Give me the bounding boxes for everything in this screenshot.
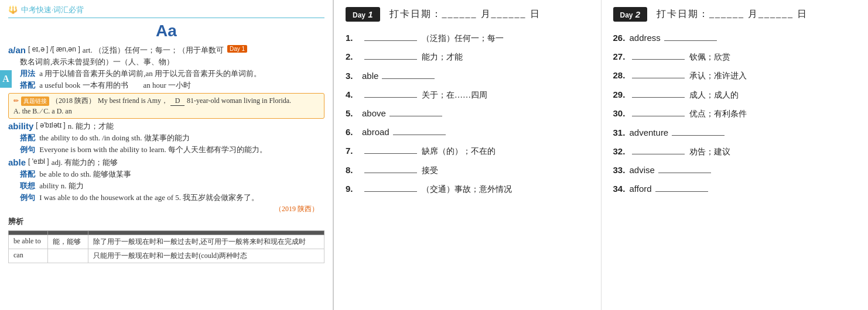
- day2-badge: Day 2: [613, 7, 648, 22]
- coll-label-able: 搭配: [20, 170, 35, 178]
- vocab-word: above: [362, 106, 386, 120]
- phonetic-ability: [ ə'bɪlətɪ ]: [36, 121, 65, 129]
- vocab-word: able: [362, 69, 378, 83]
- coll-label-1: 搭配: [20, 81, 35, 89]
- sidebar-a-label: A: [0, 70, 12, 88]
- day-tag-1: Day 1: [227, 45, 247, 53]
- vocab-hint: 能力；才能: [422, 51, 463, 64]
- vocab-hint: 成人；成人的: [689, 89, 739, 102]
- vocab-blank[interactable]: [364, 59, 417, 60]
- bianxi-r1-c1: be able to: [9, 235, 48, 249]
- vocab-blank[interactable]: [389, 116, 442, 116]
- coll-ability-text: the ability to do sth. /in doing sth. 做某…: [39, 133, 189, 142]
- example-label-able: 例句: [20, 193, 35, 202]
- list-item: 29. 成人；成人的: [613, 88, 857, 102]
- exam-text: My best friend is Amy，: [98, 96, 168, 106]
- vocab-hint: 承认；准许进入: [689, 70, 747, 82]
- word-ability: ability: [8, 121, 33, 131]
- vocab-hint: 关于；在……四周: [422, 89, 487, 102]
- coll-able-text: be able to do sth. 能够做某事: [39, 170, 131, 178]
- bianxi-col1-header: [9, 231, 48, 235]
- vocab-hint: 缺席（的）；不在的: [422, 145, 495, 158]
- vocab-num: 1.: [346, 31, 362, 45]
- lianxiang-text: ability n. 能力: [39, 181, 83, 190]
- vocab-blank[interactable]: [364, 40, 417, 41]
- vocab-blank[interactable]: [632, 154, 685, 154]
- vocab-num: 26.: [613, 31, 630, 45]
- pos-ability: n. 能力；才能: [68, 121, 114, 132]
- list-item: 26. address: [613, 31, 857, 45]
- day2-header: Day 2 打卡日期：______ 月______ 日: [613, 7, 857, 22]
- vocab-num: 5.: [346, 106, 362, 120]
- big-title: Aa: [8, 22, 324, 40]
- list-item: 8. 接受: [346, 163, 589, 177]
- vocab-blank[interactable]: [382, 78, 435, 79]
- vocab-num: 27.: [613, 50, 630, 64]
- coll-a-an: 搭配 a useful book 一本有用的书 an hour 一小时: [20, 80, 324, 91]
- sub-def-a-an: 数名词前,表示未曾提到的）一（人、事、物）: [20, 57, 324, 67]
- vocab-blank[interactable]: [672, 135, 725, 136]
- list-item: 5. above: [346, 106, 589, 120]
- day1-date-line: 打卡日期：______ 月______ 日: [389, 8, 541, 20]
- coll-label-ability: 搭配: [20, 133, 35, 142]
- entry-ability: ability [ ə'bɪlətɪ ] n. 能力；才能: [8, 121, 324, 132]
- phonetic-able: [ 'eɪbl ]: [28, 157, 49, 166]
- bianxi-r2-c3: 只能用于一般现在时和一般过去时(could)两种时态: [88, 249, 324, 263]
- vocab-blank[interactable]: [364, 153, 417, 154]
- vocab-num: 33.: [613, 163, 630, 177]
- vocab-blank[interactable]: [658, 173, 711, 173]
- exam-rest: 81-year-old woman living in Florida.: [187, 97, 291, 105]
- coll1: a useful book 一本有用的书: [39, 81, 128, 89]
- list-item: 2. 能力；才能: [346, 50, 589, 64]
- vocab-num: 32.: [613, 144, 630, 159]
- vocab-blank[interactable]: [632, 116, 685, 116]
- vocab-num: 30.: [613, 106, 630, 120]
- vocab-num: 7.: [346, 144, 362, 158]
- list-item: 9. （交通）事故；意外情况: [346, 182, 589, 196]
- vocab-num: 2.: [346, 50, 362, 64]
- vocab-num: 29.: [613, 88, 630, 102]
- vocab-blank[interactable]: [364, 97, 417, 98]
- vocab-blank[interactable]: [664, 40, 717, 41]
- day1-vocab-list: 1. （泛指）任何一；每一 2. 能力；才能 3. able 4. 关于；在………: [346, 31, 589, 196]
- bianxi-col3-header: [88, 231, 324, 235]
- usage-label: 用法: [20, 69, 35, 78]
- exam-label: 真题链接: [21, 97, 49, 106]
- example-ability-text: Everyone is born with the ability to lea…: [39, 145, 267, 154]
- vocab-hint: （泛指）任何一；每一: [422, 32, 504, 45]
- vocab-num: 9.: [346, 182, 362, 196]
- vocab-word: advise: [630, 163, 655, 177]
- example-able-text: I was able to do the housework at the ag…: [39, 193, 259, 202]
- entry-a-an: a/an [ eɪ,ə ] /[ æn,ən ] art. （泛指）任何一；每一…: [8, 45, 324, 56]
- entry-able: able [ 'eɪbl ] adj. 有能力的；能够: [8, 157, 324, 168]
- vocab-num: 28.: [613, 68, 630, 82]
- pos-able: adj. 有能力的；能够: [52, 157, 118, 168]
- vocab-blank[interactable]: [632, 59, 685, 60]
- bianxi-col2-header: [48, 231, 88, 235]
- bianxi-r1-c3: 除了用于一般现在时和一般过去时,还可用于一般将来时和现在完成时: [88, 235, 324, 249]
- vocab-num: 6.: [346, 125, 362, 139]
- day1-badge: Day 1: [346, 7, 380, 22]
- vocab-blank[interactable]: [632, 97, 685, 98]
- pos-a-an: art. （泛指）任何一；每一；（用于单数可: [83, 45, 224, 56]
- vocab-word: adventure: [630, 126, 669, 140]
- year-place-able: （2019 陕西）: [8, 204, 319, 214]
- vocab-blank[interactable]: [364, 191, 417, 192]
- word-a-an: a/an: [8, 45, 26, 55]
- bianxi-row-2: can 只能用于一般现在时和一般过去时(could)两种时态: [9, 249, 324, 263]
- top-bar: 🔱 中考快速·词汇必背: [8, 5, 324, 18]
- vocab-num: 3.: [346, 69, 362, 83]
- coll-ability: 搭配 the ability to do sth. /in doing sth.…: [20, 133, 324, 143]
- list-item: 28. 承认；准许进入: [613, 68, 857, 82]
- list-item: 32. 劝告；建议: [613, 144, 857, 159]
- vocab-blank[interactable]: [393, 135, 446, 135]
- vocab-hint: 优点；有利条件: [689, 108, 747, 120]
- vocab-blank[interactable]: [632, 78, 685, 78]
- vocab-num: 34.: [613, 182, 630, 196]
- list-item: 1. （泛指）任何一；每一: [346, 31, 589, 45]
- vocab-blank[interactable]: [364, 173, 417, 173]
- day1-header: Day 1 打卡日期：______ 月______ 日: [346, 7, 589, 22]
- vocab-word: abroad: [362, 125, 389, 139]
- vocab-blank[interactable]: [655, 191, 708, 192]
- list-item: 27. 钦佩；欣赏: [613, 50, 857, 64]
